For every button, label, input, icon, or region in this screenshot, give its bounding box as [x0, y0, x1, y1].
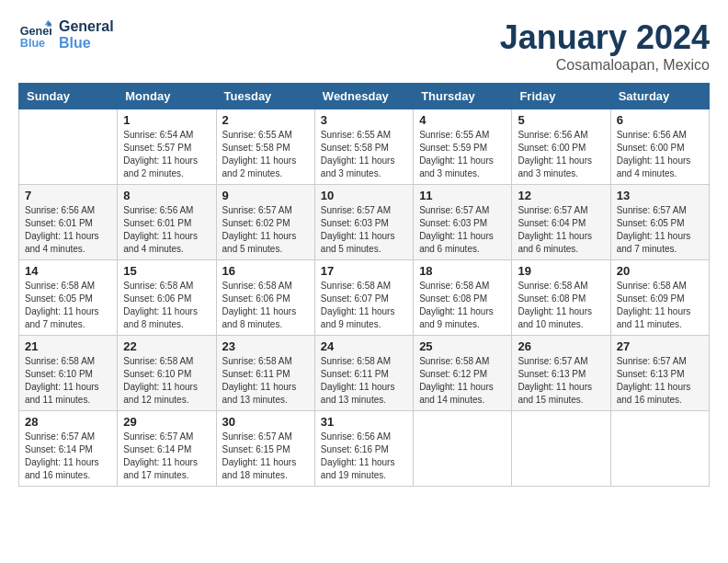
day-number: 5 — [518, 113, 604, 127]
day-number: 13 — [617, 189, 703, 202]
day-info: Sunrise: 6:57 AMSunset: 6:03 PMDaylight:… — [419, 204, 506, 256]
day-info: Sunrise: 6:57 AMSunset: 6:15 PMDaylight:… — [222, 431, 309, 482]
day-info: Sunrise: 6:56 AMSunset: 6:00 PMDaylight:… — [518, 129, 604, 180]
week-row-0: 1Sunrise: 6:54 AMSunset: 5:57 PMDaylight… — [19, 109, 710, 185]
calendar-header: SundayMondayTuesdayWednesdayThursdayFrid… — [19, 84, 710, 109]
day-info: Sunrise: 6:57 AMSunset: 6:05 PMDaylight:… — [617, 204, 703, 256]
day-info: Sunrise: 6:58 AMSunset: 6:06 PMDaylight:… — [123, 280, 210, 331]
day-info: Sunrise: 6:57 AMSunset: 6:04 PMDaylight:… — [518, 204, 604, 256]
calendar-cell: 19Sunrise: 6:58 AMSunset: 6:08 PMDayligh… — [512, 260, 610, 336]
day-info: Sunrise: 6:58 AMSunset: 6:10 PMDaylight:… — [123, 355, 210, 407]
calendar-cell: 6Sunrise: 6:56 AMSunset: 6:00 PMDaylight… — [610, 109, 709, 185]
logo-icon: General Blue — [18, 18, 51, 52]
day-info: Sunrise: 6:57 AMSunset: 6:13 PMDaylight:… — [617, 355, 703, 407]
calendar-cell: 7Sunrise: 6:56 AMSunset: 6:01 PMDaylight… — [19, 185, 118, 260]
day-info: Sunrise: 6:58 AMSunset: 6:06 PMDaylight:… — [222, 280, 309, 331]
calendar-cell: 13Sunrise: 6:57 AMSunset: 6:05 PMDayligh… — [610, 185, 709, 260]
day-info: Sunrise: 6:57 AMSunset: 6:02 PMDaylight:… — [222, 204, 309, 256]
day-number: 23 — [222, 339, 309, 353]
week-row-4: 28Sunrise: 6:57 AMSunset: 6:14 PMDayligh… — [19, 411, 710, 487]
calendar-cell: 23Sunrise: 6:58 AMSunset: 6:11 PMDayligh… — [216, 336, 314, 411]
day-number: 20 — [617, 264, 703, 278]
day-info: Sunrise: 6:57 AMSunset: 6:03 PMDaylight:… — [321, 204, 407, 256]
header-wednesday: Wednesday — [314, 84, 413, 109]
day-number: 14 — [25, 264, 111, 278]
day-number: 12 — [518, 189, 604, 202]
svg-text:Blue: Blue — [20, 37, 45, 50]
day-number: 8 — [123, 189, 210, 202]
calendar-cell: 8Sunrise: 6:56 AMSunset: 6:01 PMDaylight… — [118, 185, 216, 260]
header-monday: Monday — [118, 84, 216, 109]
calendar-cell: 30Sunrise: 6:57 AMSunset: 6:15 PMDayligh… — [216, 411, 314, 487]
header-tuesday: Tuesday — [216, 84, 314, 109]
logo: General Blue General Blue — [18, 18, 114, 52]
day-info: Sunrise: 6:56 AMSunset: 6:16 PMDaylight:… — [321, 431, 407, 482]
header-friday: Friday — [512, 84, 610, 109]
day-info: Sunrise: 6:54 AMSunset: 5:57 PMDaylight:… — [123, 129, 210, 180]
day-number: 25 — [419, 339, 506, 353]
calendar-cell: 10Sunrise: 6:57 AMSunset: 6:03 PMDayligh… — [314, 185, 413, 260]
header-sunday: Sunday — [19, 84, 118, 109]
calendar-cell: 1Sunrise: 6:54 AMSunset: 5:57 PMDaylight… — [118, 109, 216, 185]
day-number: 17 — [321, 264, 407, 278]
month-title: January 2024 — [500, 18, 710, 57]
calendar-cell: 2Sunrise: 6:55 AMSunset: 5:58 PMDaylight… — [216, 109, 314, 185]
calendar-cell — [19, 109, 118, 185]
calendar-cell: 18Sunrise: 6:58 AMSunset: 6:08 PMDayligh… — [414, 260, 512, 336]
day-info: Sunrise: 6:55 AMSunset: 5:58 PMDaylight:… — [222, 129, 309, 180]
day-number: 28 — [25, 415, 111, 429]
day-number: 21 — [25, 339, 111, 353]
calendar-cell — [512, 411, 610, 487]
day-info: Sunrise: 6:58 AMSunset: 6:11 PMDaylight:… — [222, 355, 309, 407]
calendar-cell: 21Sunrise: 6:58 AMSunset: 6:10 PMDayligh… — [19, 336, 118, 411]
calendar-cell: 9Sunrise: 6:57 AMSunset: 6:02 PMDaylight… — [216, 185, 314, 260]
calendar-cell: 29Sunrise: 6:57 AMSunset: 6:14 PMDayligh… — [118, 411, 216, 487]
day-info: Sunrise: 6:58 AMSunset: 6:12 PMDaylight:… — [419, 355, 506, 407]
day-info: Sunrise: 6:55 AMSunset: 5:58 PMDaylight:… — [321, 129, 407, 180]
location-subtitle: Cosamaloapan, Mexico — [500, 57, 710, 74]
day-info: Sunrise: 6:58 AMSunset: 6:07 PMDaylight:… — [321, 280, 407, 331]
calendar-cell: 31Sunrise: 6:56 AMSunset: 6:16 PMDayligh… — [314, 411, 413, 487]
day-info: Sunrise: 6:58 AMSunset: 6:05 PMDaylight:… — [25, 280, 111, 331]
calendar-cell: 11Sunrise: 6:57 AMSunset: 6:03 PMDayligh… — [414, 185, 512, 260]
day-info: Sunrise: 6:58 AMSunset: 6:10 PMDaylight:… — [25, 355, 111, 407]
day-number: 18 — [419, 264, 506, 278]
page-header: General Blue General Blue January 2024 C… — [18, 18, 710, 74]
calendar-cell: 24Sunrise: 6:58 AMSunset: 6:11 PMDayligh… — [314, 336, 413, 411]
header-row: SundayMondayTuesdayWednesdayThursdayFrid… — [19, 84, 710, 109]
calendar-cell — [414, 411, 512, 487]
day-number: 29 — [123, 415, 210, 429]
logo-line1: General — [59, 18, 114, 35]
day-info: Sunrise: 6:58 AMSunset: 6:08 PMDaylight:… — [518, 280, 604, 331]
calendar-cell: 4Sunrise: 6:55 AMSunset: 5:59 PMDaylight… — [414, 109, 512, 185]
header-thursday: Thursday — [414, 84, 512, 109]
title-block: January 2024 Cosamaloapan, Mexico — [500, 18, 710, 74]
calendar-cell: 3Sunrise: 6:55 AMSunset: 5:58 PMDaylight… — [314, 109, 413, 185]
week-row-3: 21Sunrise: 6:58 AMSunset: 6:10 PMDayligh… — [19, 336, 710, 411]
day-info: Sunrise: 6:58 AMSunset: 6:09 PMDaylight:… — [617, 280, 703, 331]
day-number: 7 — [25, 189, 111, 202]
calendar-table: SundayMondayTuesdayWednesdayThursdayFrid… — [18, 83, 710, 487]
day-info: Sunrise: 6:56 AMSunset: 6:00 PMDaylight:… — [617, 129, 703, 180]
day-info: Sunrise: 6:57 AMSunset: 6:14 PMDaylight:… — [25, 431, 111, 482]
calendar-cell: 5Sunrise: 6:56 AMSunset: 6:00 PMDaylight… — [512, 109, 610, 185]
calendar-cell: 20Sunrise: 6:58 AMSunset: 6:09 PMDayligh… — [610, 260, 709, 336]
day-number: 24 — [321, 339, 407, 353]
calendar-cell: 27Sunrise: 6:57 AMSunset: 6:13 PMDayligh… — [610, 336, 709, 411]
day-info: Sunrise: 6:55 AMSunset: 5:59 PMDaylight:… — [419, 129, 506, 180]
day-info: Sunrise: 6:57 AMSunset: 6:14 PMDaylight:… — [123, 431, 210, 482]
day-number: 10 — [321, 189, 407, 202]
calendar-body: 1Sunrise: 6:54 AMSunset: 5:57 PMDaylight… — [19, 109, 710, 487]
day-number: 3 — [321, 113, 407, 127]
day-info: Sunrise: 6:58 AMSunset: 6:11 PMDaylight:… — [321, 355, 407, 407]
header-saturday: Saturday — [610, 84, 709, 109]
logo-line2: Blue — [59, 35, 114, 52]
calendar-cell: 14Sunrise: 6:58 AMSunset: 6:05 PMDayligh… — [19, 260, 118, 336]
day-number: 9 — [222, 189, 309, 202]
calendar-cell: 28Sunrise: 6:57 AMSunset: 6:14 PMDayligh… — [19, 411, 118, 487]
calendar-cell: 26Sunrise: 6:57 AMSunset: 6:13 PMDayligh… — [512, 336, 610, 411]
day-number: 11 — [419, 189, 506, 202]
day-number: 27 — [617, 339, 703, 353]
calendar-cell: 12Sunrise: 6:57 AMSunset: 6:04 PMDayligh… — [512, 185, 610, 260]
day-info: Sunrise: 6:57 AMSunset: 6:13 PMDaylight:… — [518, 355, 604, 407]
